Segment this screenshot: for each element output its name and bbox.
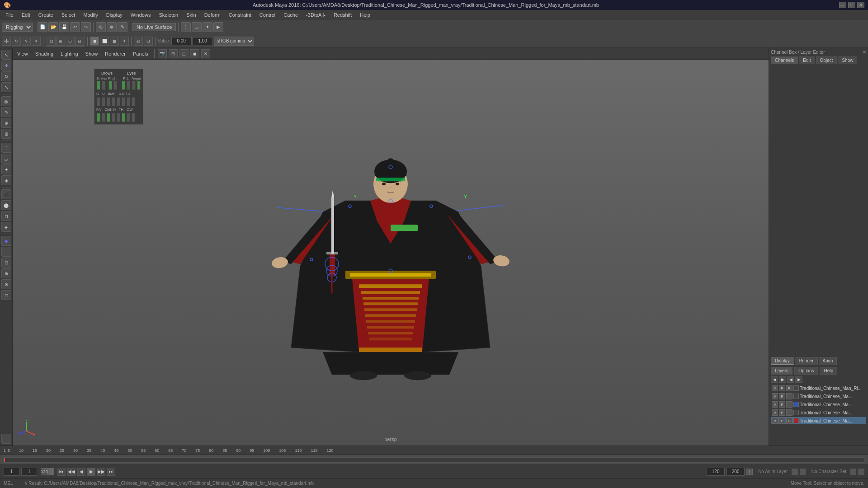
render-button[interactable]: ▶ — [213, 22, 223, 32]
timeline-track[interactable] — [4, 457, 864, 463]
skin-lt[interactable]: ⊡ — [1, 258, 11, 267]
play-back-button[interactable]: ◀ — [77, 468, 85, 476]
vt-lighting[interactable]: Lighting — [58, 50, 81, 57]
move-lt[interactable]: ✛ — [1, 61, 11, 70]
menu-skeleton[interactable]: Skeleton — [155, 11, 182, 19]
snap-to-curve-lt[interactable]: ◡ — [1, 154, 11, 164]
redo-button[interactable]: ↪ — [81, 22, 91, 32]
snap-live-lt[interactable]: ◈ — [1, 175, 11, 185]
select-uvs[interactable]: ⊟ — [75, 37, 84, 46]
vt-show[interactable]: Show — [83, 50, 101, 57]
poly-lt[interactable]: ◈ — [1, 222, 11, 232]
phon15[interactable] — [127, 113, 130, 122]
go-start-button[interactable]: ⏮ — [57, 468, 66, 476]
layer4-p[interactable]: P — [779, 409, 785, 416]
universal-tool[interactable]: ✦ — [32, 37, 41, 46]
phon14[interactable] — [122, 113, 125, 122]
layer2-r[interactable] — [786, 393, 793, 399]
menu-control[interactable]: Control — [256, 11, 279, 19]
more-lt[interactable]: ⋯ — [1, 434, 11, 444]
anim-tab[interactable]: Anim — [819, 357, 837, 365]
char-set-icon[interactable] — [850, 469, 856, 475]
move-tool[interactable]: ✛ — [2, 37, 11, 46]
vt-camera[interactable]: 📷 — [158, 49, 167, 58]
rotate-lt[interactable]: ↻ — [1, 71, 11, 81]
phon1[interactable] — [97, 97, 100, 106]
phon6[interactable] — [122, 97, 125, 106]
vt-grid[interactable]: ⊞ — [169, 49, 178, 58]
value2-input[interactable]: 1.00 — [193, 37, 213, 45]
char-set-icon2[interactable] — [858, 469, 864, 475]
phon13[interactable] — [117, 113, 120, 122]
vt-smooth[interactable]: ◼ — [190, 49, 199, 58]
menu-modify[interactable]: Modify — [80, 11, 101, 19]
layer1-r[interactable]: R — [786, 385, 793, 391]
slider6[interactable] — [127, 81, 130, 90]
slider1[interactable] — [97, 81, 100, 90]
select-obj[interactable]: ◻ — [47, 37, 56, 46]
snap-to-grid-lt[interactable]: ⋮ — [1, 143, 11, 153]
shading-wire[interactable]: ⬜ — [100, 37, 109, 46]
select-comp[interactable]: ⊡ — [66, 37, 75, 46]
snap-point[interactable]: ✦ — [203, 22, 212, 32]
anim-end-input[interactable] — [707, 468, 725, 476]
layer5-p[interactable]: P — [779, 418, 785, 424]
minimize-button[interactable]: ─ — [839, 2, 846, 8]
object-tab[interactable]: Object — [816, 56, 837, 64]
range-grip[interactable] — [48, 468, 54, 475]
play-forward-button[interactable]: ▶ — [87, 468, 95, 476]
phon2[interactable] — [102, 97, 105, 106]
frame-start-input[interactable]: 1 — [4, 468, 19, 476]
prev-key-button[interactable]: ◀◀ — [67, 468, 75, 476]
timeline-bar[interactable] — [0, 455, 868, 465]
vt-view[interactable]: View — [14, 50, 31, 57]
go-end-button[interactable]: ⏭ — [107, 468, 115, 476]
rotate-tool[interactable]: ↻ — [12, 37, 21, 46]
vt-x[interactable]: ✕ — [201, 49, 210, 58]
paint-attr[interactable]: ✎ — [1, 107, 11, 117]
layers-subtab[interactable]: Layers — [771, 367, 793, 375]
phon12[interactable] — [112, 113, 115, 122]
gamma-dropdown[interactable]: sRGB gamma — [214, 37, 254, 46]
layer3-v[interactable]: V — [772, 401, 778, 408]
phon5[interactable] — [117, 97, 120, 106]
display-tab[interactable]: Display — [771, 357, 794, 365]
timeline-playhead[interactable] — [4, 458, 5, 462]
live-surface-button[interactable]: No Live Surface — [132, 23, 176, 31]
anim-layer-icon2[interactable] — [800, 469, 806, 475]
phon7[interactable] — [127, 97, 130, 106]
slider2[interactable] — [102, 81, 105, 90]
paint-button[interactable]: ✎ — [118, 22, 127, 32]
undo-button[interactable]: ↩ — [70, 22, 80, 32]
vt-wire[interactable]: ◻ — [179, 49, 189, 58]
render-tab[interactable]: Render — [795, 357, 818, 365]
lasso-button[interactable]: ⊗ — [107, 22, 117, 32]
value1-input[interactable]: 0.00 — [171, 37, 192, 45]
channel-box-close[interactable]: ✕ — [863, 50, 866, 55]
phon16[interactable] — [132, 113, 135, 122]
isolate-toggle[interactable]: ◎ — [134, 37, 143, 46]
menu-redshift[interactable]: Redshift — [330, 11, 355, 19]
next-key-button[interactable]: ▶▶ — [97, 468, 105, 476]
snap-grid[interactable]: ⋮ — [181, 22, 191, 32]
menu-constraint[interactable]: Constraint — [225, 11, 255, 19]
snap-curve[interactable]: ◡ — [192, 22, 202, 32]
cylinder-lt[interactable]: ⊓ — [1, 211, 11, 221]
ik-lt[interactable]: ⋯ — [1, 247, 11, 257]
sculpt[interactable]: ⊕ — [1, 118, 11, 128]
layer5-r[interactable]: R — [786, 418, 793, 424]
frame-current-input[interactable]: 1 — [21, 468, 37, 476]
layer-prev2[interactable]: ◀ — [787, 376, 794, 383]
anim-end2-input[interactable] — [726, 468, 745, 476]
edit-tab[interactable]: Edit — [799, 56, 815, 64]
menu-cache[interactable]: Cache — [280, 11, 302, 19]
layer3-r[interactable] — [786, 401, 793, 408]
layer4-v[interactable]: V — [772, 409, 778, 416]
layer-next[interactable]: ▶ — [779, 376, 786, 383]
slider3[interactable] — [108, 81, 112, 90]
phon11[interactable] — [107, 113, 110, 122]
snap-to-point-lt[interactable]: ✦ — [1, 164, 11, 174]
slider5[interactable] — [122, 81, 125, 90]
show-manip[interactable]: ⊞ — [1, 129, 11, 139]
phon10[interactable] — [102, 113, 105, 122]
